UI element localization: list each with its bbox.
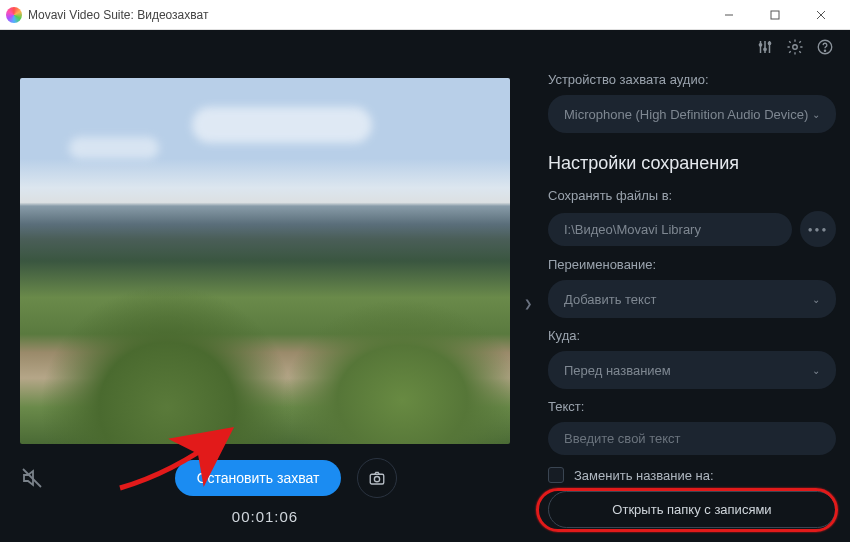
rename-value: Добавить текст [564, 292, 656, 307]
video-preview [20, 78, 510, 444]
svg-point-9 [768, 42, 770, 44]
save-path-label: Сохранять файлы в: [548, 188, 836, 203]
maximize-icon [770, 10, 780, 20]
svg-point-12 [824, 50, 825, 51]
text-label: Текст: [548, 399, 836, 414]
save-path-field[interactable]: I:\Видео\Movavi Library [548, 213, 792, 246]
svg-point-15 [375, 477, 380, 482]
minimize-icon [724, 10, 734, 20]
svg-rect-14 [371, 474, 385, 484]
main-row: Остановить захват 00:01:06 ❯ Устройство … [0, 64, 850, 542]
camera-icon [368, 469, 386, 487]
svg-point-8 [764, 48, 766, 50]
capture-controls: Остановить захват [20, 458, 510, 498]
window-title: Movavi Video Suite: Видеозахват [28, 8, 706, 22]
chevron-down-icon: ⌄ [812, 365, 820, 376]
app-icon [6, 7, 22, 23]
center-controls: Остановить захват [62, 458, 510, 498]
audio-device-value: Microphone (High Definition Audio Device… [564, 107, 808, 122]
rename-select[interactable]: Добавить текст ⌄ [548, 280, 836, 318]
window-maximize-button[interactable] [752, 0, 798, 30]
stop-capture-button[interactable]: Остановить захват [175, 460, 342, 496]
capture-timer: 00:01:06 [20, 508, 510, 525]
settings-panel: Устройство захвата аудио: Microphone (Hi… [534, 64, 850, 542]
chevron-down-icon: ⌄ [812, 294, 820, 305]
rename-text-input[interactable] [548, 422, 836, 455]
app-body: Остановить захват 00:01:06 ❯ Устройство … [0, 30, 850, 542]
ellipsis-icon: ●●● [808, 225, 829, 234]
left-pane: Остановить захват 00:01:06 [0, 64, 522, 542]
chevron-down-icon: ⌄ [812, 109, 820, 120]
top-toolbar [0, 30, 850, 64]
svg-rect-1 [771, 11, 779, 19]
where-label: Куда: [548, 328, 836, 343]
where-value: Перед названием [564, 363, 671, 378]
snapshot-button[interactable] [357, 458, 397, 498]
audio-device-label: Устройство захвата аудио: [548, 72, 836, 87]
help-icon[interactable] [816, 38, 834, 56]
rename-label: Переименование: [548, 257, 836, 272]
svg-point-7 [759, 44, 761, 46]
replace-title-checkbox[interactable] [548, 467, 564, 483]
window-minimize-button[interactable] [706, 0, 752, 30]
save-settings-title: Настройки сохранения [548, 153, 836, 174]
audio-device-select[interactable]: Microphone (High Definition Audio Device… [548, 95, 836, 133]
mute-button[interactable] [20, 466, 44, 490]
speaker-muted-icon [20, 466, 44, 490]
open-recordings-folder-button[interactable]: Открыть папку с записями [548, 491, 836, 528]
close-icon [816, 10, 826, 20]
replace-title-label: Заменить название на: [574, 468, 714, 483]
gear-icon[interactable] [786, 38, 804, 56]
save-path-value: I:\Видео\Movavi Library [564, 222, 701, 237]
browse-button[interactable]: ●●● [800, 211, 836, 247]
svg-point-10 [793, 45, 798, 50]
equalizer-icon[interactable] [756, 38, 774, 56]
where-select[interactable]: Перед названием ⌄ [548, 351, 836, 389]
window-titlebar: Movavi Video Suite: Видеозахват [0, 0, 850, 30]
window-close-button[interactable] [798, 0, 844, 30]
panel-collapse-handle[interactable]: ❯ [522, 64, 534, 542]
